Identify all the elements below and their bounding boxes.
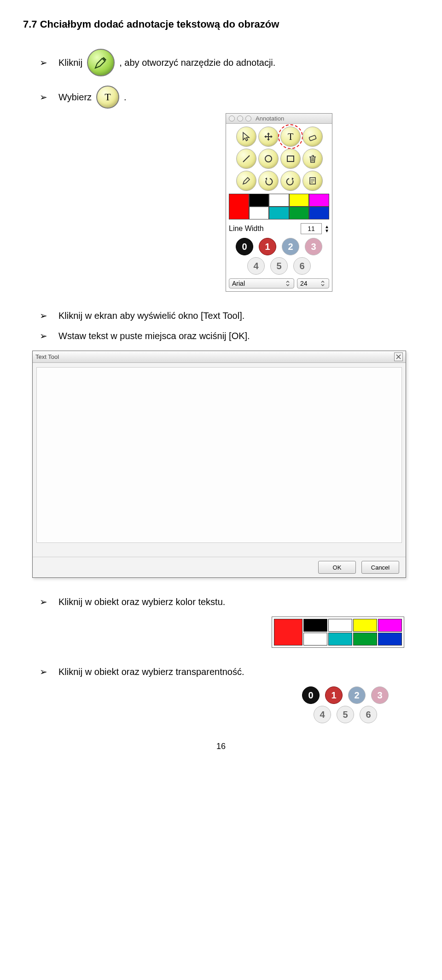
color-swatch[interactable] — [269, 194, 289, 207]
opacity-chip[interactable]: 4 — [247, 257, 265, 275]
bullet-2-post: . — [124, 92, 127, 103]
opacity-panel-wrap: 0 1 2 3 4 5 6 — [295, 686, 419, 723]
opacity-panel-row-1: 0 1 2 3 — [295, 686, 396, 704]
bullet-4: ➢ Wstaw tekst w puste miejsca oraz wciśn… — [40, 330, 419, 341]
svg-point-4 — [265, 156, 272, 162]
color-swatch-selected[interactable] — [229, 194, 249, 219]
line-tool[interactable] — [236, 149, 256, 169]
dialog-body — [33, 363, 406, 557]
bullet-6-text: Kliknij w obiekt oraz wybierz transparen… — [58, 667, 244, 677]
color-swatch-selected[interactable] — [274, 619, 302, 646]
traffic-light-icon[interactable] — [237, 115, 243, 121]
opacity-chip[interactable]: 1 — [325, 686, 343, 704]
color-swatch[interactable] — [378, 633, 402, 646]
color-swatch[interactable] — [328, 619, 352, 632]
svg-text:T: T — [105, 91, 111, 103]
color-swatch[interactable] — [378, 619, 402, 632]
color-swatch[interactable] — [303, 633, 327, 646]
close-icon — [396, 354, 401, 359]
color-swatch[interactable] — [269, 207, 289, 219]
page-number: 16 — [23, 742, 419, 751]
opacity-chip[interactable]: 3 — [371, 686, 389, 704]
color-swatch[interactable] — [309, 207, 329, 219]
undo-tool[interactable] — [258, 171, 279, 191]
bullet-arrow-icon: ➢ — [40, 330, 47, 341]
traffic-light-icon[interactable] — [229, 115, 235, 121]
section-heading: 7.7 Chciałbym dodać adnotacje tekstową d… — [23, 18, 419, 30]
color-swatch[interactable] — [309, 194, 329, 207]
redo-tool[interactable] — [280, 171, 301, 191]
font-row: Arial 24 — [229, 278, 329, 288]
trash-tool[interactable] — [302, 149, 323, 169]
color-swatch-panel-wrap — [272, 617, 419, 648]
line-width-label: Line Width — [229, 225, 298, 233]
close-button[interactable] — [394, 352, 403, 361]
opacity-chip[interactable]: 4 — [314, 706, 331, 723]
color-swatch[interactable] — [328, 633, 352, 646]
cursor-tool[interactable] — [236, 127, 256, 147]
chevron-updown-icon — [285, 280, 291, 287]
text-tool[interactable]: T — [280, 127, 301, 147]
bullet-2-pre: Wybierz — [58, 92, 92, 103]
bullet-1-post: , aby otworzyć narzędzie do adnotacji. — [119, 58, 275, 68]
ellipse-tool[interactable] — [258, 149, 279, 169]
color-swatch[interactable] — [289, 207, 309, 219]
opacity-panel: 0 1 2 3 4 5 6 — [295, 686, 396, 723]
annotation-launch-icon[interactable] — [87, 49, 115, 76]
rectangle-tool[interactable] — [280, 149, 301, 169]
ok-button[interactable]: OK — [318, 561, 356, 574]
stepper-arrows-icon[interactable]: ▲▼ — [325, 225, 329, 233]
opacity-chip[interactable]: 5 — [337, 706, 354, 723]
bullet-arrow-icon: ➢ — [40, 596, 47, 607]
font-family-select[interactable]: Arial — [229, 278, 294, 288]
eraser-tool[interactable] — [302, 127, 323, 147]
text-tool-dialog: Text Tool OK Cancel — [32, 351, 406, 578]
font-family-value: Arial — [232, 280, 245, 287]
dialog-text-area[interactable] — [36, 367, 402, 543]
bullet-3-text: Kliknij w ekran aby wyświelić okno [Text… — [58, 311, 244, 321]
cancel-button[interactable]: Cancel — [361, 561, 399, 574]
color-swatch[interactable] — [249, 207, 269, 219]
bullet-2: ➢ Wybierz T . — [40, 86, 419, 109]
opacity-chip[interactable]: 6 — [293, 257, 311, 275]
bullet-arrow-icon: ➢ — [40, 310, 47, 321]
opacity-chip[interactable]: 1 — [259, 238, 276, 255]
opacity-chip[interactable]: 2 — [282, 238, 299, 255]
opacity-chip[interactable]: 5 — [270, 257, 288, 275]
bullet-arrow-icon: ➢ — [40, 92, 47, 103]
annotation-palette: Annotation T Li — [226, 113, 332, 292]
color-swatch-panel — [272, 617, 404, 648]
bullet-arrow-icon: ➢ — [40, 666, 47, 677]
pencil-tool[interactable] — [236, 171, 256, 191]
opacity-row-1: 0 1 2 3 — [229, 238, 329, 255]
opacity-chip[interactable]: 3 — [305, 238, 322, 255]
text-tool-icon[interactable]: T — [96, 86, 119, 109]
chevron-updown-icon — [320, 280, 326, 287]
opacity-chip[interactable]: 0 — [236, 238, 253, 255]
color-swatch[interactable] — [289, 194, 309, 207]
move-tool[interactable] — [258, 127, 279, 147]
bullet-5: ➢ Kliknij w obiekt oraz wybierz kolor te… — [40, 596, 419, 607]
opacity-chip[interactable]: 2 — [348, 686, 366, 704]
bullet-1-pre: Kliknij — [58, 58, 82, 68]
svg-rect-5 — [287, 156, 294, 161]
opacity-chip[interactable]: 0 — [302, 686, 320, 704]
dialog-buttons: OK Cancel — [33, 557, 406, 577]
tool-grid: T — [229, 127, 329, 190]
opacity-chip[interactable]: 6 — [360, 706, 377, 723]
color-swatch[interactable] — [303, 619, 327, 632]
note-tool[interactable] — [302, 171, 323, 191]
bullet-4-text: Wstaw tekst w puste miejsca oraz wciśnij… — [58, 331, 250, 341]
bullet-3: ➢ Kliknij w ekran aby wyświelić okno [Te… — [40, 310, 419, 321]
color-swatch[interactable] — [353, 633, 377, 646]
bullet-arrow-icon: ➢ — [40, 57, 47, 68]
palette-title: Annotation — [256, 115, 284, 122]
line-width-stepper[interactable]: 11 — [301, 223, 322, 234]
color-swatches — [229, 194, 329, 219]
color-swatch[interactable] — [353, 619, 377, 632]
font-size-select[interactable]: 24 — [297, 278, 329, 288]
color-swatch[interactable] — [249, 194, 269, 207]
dialog-title: Text Tool — [35, 353, 59, 360]
traffic-light-icon[interactable] — [245, 115, 251, 121]
bullet-1: ➢ Kliknij , aby otworzyć narzędzie do ad… — [40, 49, 419, 76]
